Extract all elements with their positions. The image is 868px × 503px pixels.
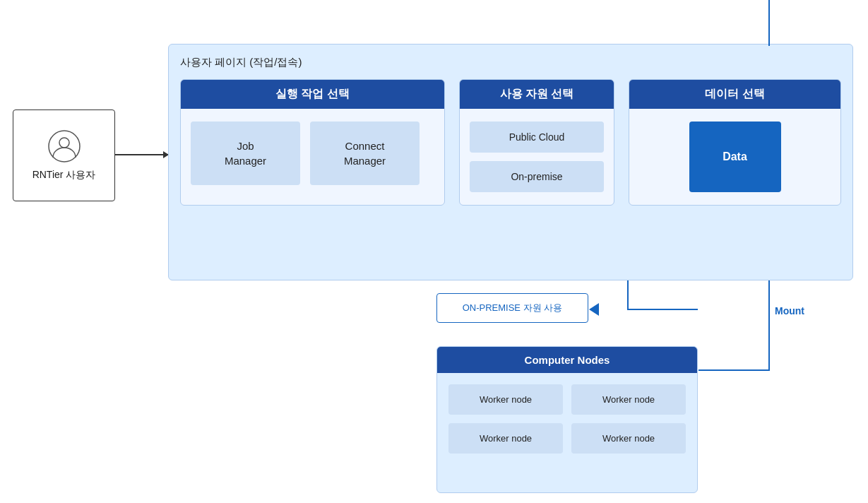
- worker-node-1[interactable]: Worker node: [448, 384, 563, 415]
- worker-grid: Worker node Worker node Worker node Work…: [437, 373, 697, 465]
- main-panel-title: 사용자 페이지 (작업/접속): [180, 56, 841, 69]
- mount-label: Mount: [775, 305, 804, 316]
- arrow-to-onpremise: [589, 303, 602, 316]
- line-horizontal-to-computer: [698, 369, 769, 371]
- job-section-header: 실행 작업 선택: [181, 80, 444, 109]
- data-item[interactable]: Data: [689, 122, 781, 192]
- main-panel: 사용자 페이지 (작업/접속) 실행 작업 선택 JobManager Conn…: [168, 44, 853, 280]
- computer-nodes-header: Computer Nodes: [437, 347, 697, 373]
- data-section: 데이터 선택 Data: [629, 79, 841, 206]
- worker-node-4[interactable]: Worker node: [571, 423, 686, 454]
- connect-manager-item[interactable]: ConnectManager: [310, 122, 420, 185]
- svg-marker-3: [589, 303, 599, 316]
- svg-point-1: [59, 138, 69, 148]
- on-premise-label: ON-PREMISE 자원 사용: [463, 302, 563, 314]
- line-onpremise-horiz: [627, 309, 698, 310]
- job-items: JobManager ConnectManager: [181, 109, 444, 198]
- data-section-header: 데이터 선택: [629, 80, 840, 109]
- sections-row: 실행 작업 선택 JobManager ConnectManager 사용 자원…: [180, 79, 841, 206]
- user-box: RNTier 사용자: [13, 110, 115, 201]
- worker-node-2[interactable]: Worker node: [571, 384, 686, 415]
- resource-section-content: Public Cloud On-premise: [460, 109, 614, 205]
- computer-nodes-panel: Computer Nodes Worker node Worker node W…: [436, 346, 698, 493]
- on-premise-box: ON-PREMISE 자원 사용: [436, 293, 588, 323]
- line-onpremise-vert: [627, 280, 629, 310]
- on-premise-item[interactable]: On-premise: [470, 161, 604, 192]
- arrow-user-to-panel: [115, 154, 168, 155]
- user-icon: [47, 129, 81, 163]
- worker-node-3[interactable]: Worker node: [448, 423, 563, 454]
- job-section: 실행 작업 선택 JobManager ConnectManager: [180, 79, 445, 206]
- public-cloud-item[interactable]: Public Cloud: [470, 122, 604, 153]
- user-label: RNTier 사용자: [32, 169, 96, 182]
- line-top: [768, 0, 770, 46]
- resource-section: 사용 자원 선택 Public Cloud On-premise: [459, 79, 614, 206]
- job-manager-item[interactable]: JobManager: [191, 122, 300, 185]
- line-data-down: [768, 280, 770, 371]
- resource-section-header: 사용 자원 선택: [460, 80, 614, 109]
